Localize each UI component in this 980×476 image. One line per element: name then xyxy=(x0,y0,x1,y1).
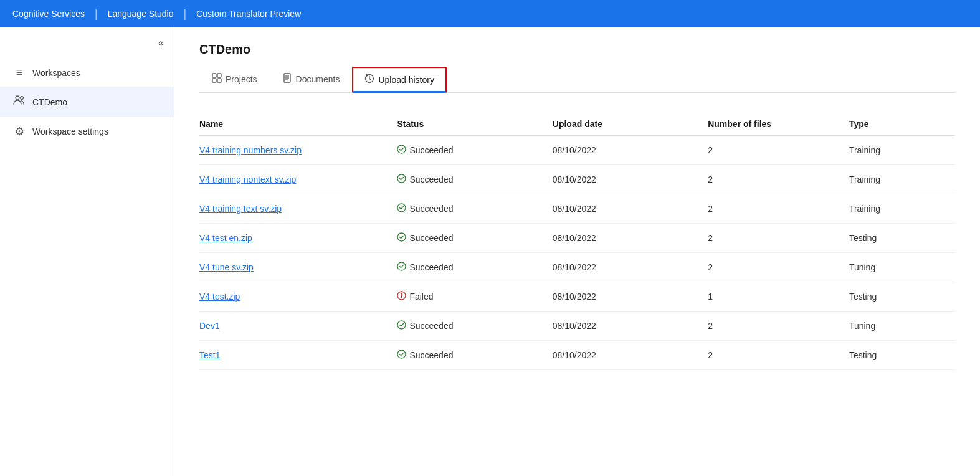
svg-point-20 xyxy=(397,350,406,358)
workspace-settings-icon: ⚙ xyxy=(12,125,26,138)
upload-date: 08/10/2022 xyxy=(553,136,708,165)
sidebar-item-ctdemo[interactable]: CTDemo xyxy=(0,87,174,117)
svg-rect-4 xyxy=(212,79,216,82)
topbar-custom-translator[interactable]: Custom Translator Preview xyxy=(196,9,301,19)
col-header-status: Status xyxy=(397,113,552,136)
table-row: V4 tune sv.zipSucceeded08/10/20222Tuning xyxy=(199,253,955,282)
file-link[interactable]: Dev1 xyxy=(199,321,220,331)
upload-history-table: Name Status Upload date Number of files … xyxy=(199,113,955,370)
table-row: V4 training numbers sv.zipSucceeded08/10… xyxy=(199,136,955,165)
file-link[interactable]: V4 test en.zip xyxy=(199,233,252,243)
sidebar-item-workspaces-label: Workspaces xyxy=(32,68,80,78)
tab-upload-history-label: Upload history xyxy=(378,75,434,85)
svg-point-1 xyxy=(21,97,24,100)
topbar-sep-1: | xyxy=(95,7,98,21)
svg-point-15 xyxy=(397,262,406,270)
tab-projects-label: Projects xyxy=(226,74,257,84)
svg-point-14 xyxy=(397,233,406,241)
file-count: 2 xyxy=(708,194,849,224)
topbar-cognitive-services[interactable]: Cognitive Services xyxy=(12,9,85,19)
upload-date: 08/10/2022 xyxy=(553,282,708,312)
workspaces-icon: ≡ xyxy=(12,66,26,79)
file-count: 1 xyxy=(708,282,849,312)
page-title: CTDemo xyxy=(199,42,955,57)
file-link[interactable]: V4 training numbers sv.zip xyxy=(199,145,302,155)
status-text: Succeeded xyxy=(409,350,453,360)
sidebar-item-ctdemo-label: CTDemo xyxy=(32,97,67,107)
success-icon xyxy=(397,203,406,214)
table-row: V4 test.zipFailed08/10/20221Testing xyxy=(199,282,955,312)
success-icon xyxy=(397,320,406,331)
table-row: Test1Succeeded08/10/20222Testing xyxy=(199,341,955,370)
upload-date: 08/10/2022 xyxy=(553,224,708,253)
file-type: Testing xyxy=(849,282,955,312)
upload-date: 08/10/2022 xyxy=(553,165,708,194)
table-row: V4 training nontext sv.zipSucceeded08/10… xyxy=(199,165,955,194)
file-count: 2 xyxy=(708,224,849,253)
status-text: Succeeded xyxy=(409,145,453,155)
table-row: V4 training text sv.zipSucceeded08/10/20… xyxy=(199,194,955,224)
svg-point-13 xyxy=(397,204,406,212)
tab-documents[interactable]: Documents xyxy=(270,67,353,93)
ctdemo-icon xyxy=(12,94,26,110)
status-text: Succeeded xyxy=(409,233,453,243)
topbar-sep-2: | xyxy=(184,7,187,21)
status-text: Succeeded xyxy=(409,204,453,214)
upload-date: 08/10/2022 xyxy=(553,194,708,224)
documents-tab-icon xyxy=(282,73,292,85)
tabs-bar: Projects Documents xyxy=(199,67,955,93)
table-row: V4 test en.zipSucceeded08/10/20222Testin… xyxy=(199,224,955,253)
file-link[interactable]: V4 training text sv.zip xyxy=(199,204,282,214)
svg-point-18 xyxy=(401,297,402,298)
col-header-type: Type xyxy=(849,113,955,136)
sidebar-item-workspace-settings-label: Workspace settings xyxy=(32,126,108,136)
file-count: 2 xyxy=(708,136,849,165)
sidebar-item-workspace-settings[interactable]: ⚙ Workspace settings xyxy=(0,117,174,146)
sidebar-collapse-section: « xyxy=(0,32,174,59)
status-text: Succeeded xyxy=(409,321,453,331)
svg-rect-2 xyxy=(212,74,216,77)
tab-upload-history[interactable]: Upload history xyxy=(352,67,447,93)
main-content: CTDemo Projects xyxy=(174,27,980,476)
svg-rect-5 xyxy=(217,79,221,82)
tab-documents-label: Documents xyxy=(296,74,340,84)
file-link[interactable]: V4 tune sv.zip xyxy=(199,262,254,272)
status-text: Succeeded xyxy=(409,262,453,272)
upload-date: 08/10/2022 xyxy=(553,253,708,282)
file-count: 2 xyxy=(708,312,849,341)
file-link[interactable]: V4 training nontext sv.zip xyxy=(199,174,296,184)
col-header-date: Upload date xyxy=(553,113,708,136)
upload-history-tab-icon xyxy=(364,74,374,85)
tab-projects[interactable]: Projects xyxy=(199,67,270,93)
file-type: Tuning xyxy=(849,253,955,282)
projects-tab-icon xyxy=(212,73,222,85)
upload-date: 08/10/2022 xyxy=(553,312,708,341)
file-count: 2 xyxy=(708,253,849,282)
sidebar-collapse-button[interactable]: « xyxy=(158,37,164,49)
sidebar: « ≡ Workspaces CTDemo ⚙ Workspace settin… xyxy=(0,27,174,476)
file-link[interactable]: Test1 xyxy=(199,350,220,360)
col-header-files: Number of files xyxy=(708,113,849,136)
sidebar-item-workspaces[interactable]: ≡ Workspaces xyxy=(0,59,174,87)
svg-rect-3 xyxy=(217,74,221,77)
file-link[interactable]: V4 test.zip xyxy=(199,292,240,302)
success-icon xyxy=(397,145,406,156)
status-text: Succeeded xyxy=(409,174,453,184)
file-type: Training xyxy=(849,194,955,224)
file-type: Testing xyxy=(849,341,955,370)
success-icon xyxy=(397,232,406,244)
success-icon xyxy=(397,174,406,185)
success-icon xyxy=(397,350,406,361)
file-type: Testing xyxy=(849,224,955,253)
col-header-name: Name xyxy=(199,113,397,136)
svg-point-0 xyxy=(16,96,19,100)
file-type: Training xyxy=(849,136,955,165)
svg-point-12 xyxy=(397,174,406,183)
topbar-language-studio[interactable]: Language Studio xyxy=(108,9,174,19)
success-icon xyxy=(397,262,406,273)
svg-point-11 xyxy=(397,145,406,153)
upload-date: 08/10/2022 xyxy=(553,341,708,370)
table-row: Dev1Succeeded08/10/20222Tuning xyxy=(199,312,955,341)
svg-point-19 xyxy=(397,321,406,329)
main-layout: « ≡ Workspaces CTDemo ⚙ Workspace settin… xyxy=(0,27,980,476)
